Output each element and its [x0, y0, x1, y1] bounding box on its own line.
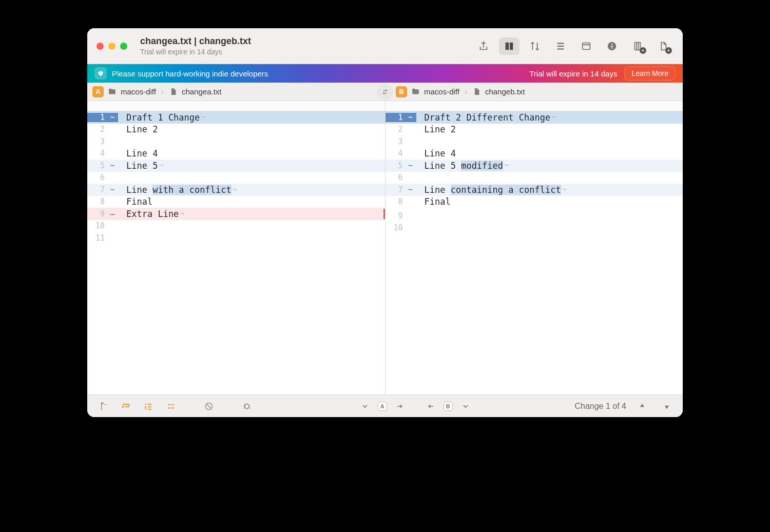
- code-line[interactable]: 10: [386, 222, 683, 234]
- line-content: Line 4: [416, 148, 683, 159]
- gutter: 10: [87, 221, 118, 230]
- fullscreen-window-button[interactable]: [120, 43, 127, 50]
- code-line[interactable]: 11: [87, 232, 385, 244]
- gutter: 5~: [386, 161, 416, 170]
- filter-button[interactable]: [200, 399, 218, 414]
- support-banner: Please support hard-working indie develo…: [87, 64, 683, 83]
- add-files-button[interactable]: [627, 37, 648, 55]
- gutter: 11: [87, 233, 118, 243]
- gutter: 8: [87, 197, 118, 206]
- view-list-button[interactable]: [550, 37, 571, 55]
- next-change-button[interactable]: [658, 399, 676, 414]
- code-line[interactable]: 3: [87, 135, 385, 148]
- minimize-window-button[interactable]: [108, 43, 116, 50]
- code-line[interactable]: 10: [87, 220, 385, 232]
- code-line[interactable]: 2Line 2: [87, 124, 385, 136]
- path-bar-b[interactable]: B macos-diff › changeb.txt: [379, 83, 683, 101]
- code-line[interactable]: 8Final: [87, 196, 385, 208]
- path-bars: A macos-diff › changea.txt B macos-diff …: [87, 83, 683, 101]
- code-line[interactable]: 6: [386, 172, 683, 184]
- line-content: Draft 1 Change: [118, 112, 385, 123]
- toolbar: [473, 37, 673, 55]
- line-content: Line with a conflict: [118, 185, 385, 195]
- code-line[interactable]: 7~Line containing a conflict: [386, 184, 683, 196]
- pane-b[interactable]: 1~Draft 2 Different Change2Line 234Line …: [385, 101, 683, 395]
- gutter: 1~: [87, 113, 118, 122]
- code-line[interactable]: 3: [386, 135, 683, 148]
- path-bar-a[interactable]: A macos-diff › changea.txt: [87, 83, 379, 101]
- add-file-button[interactable]: [653, 37, 673, 55]
- heart-icon: [94, 67, 107, 80]
- svg-rect-4: [611, 45, 612, 48]
- copy-right-button[interactable]: [391, 399, 409, 414]
- editor: 1~Draft 1 Change2Line 234Line 45~Line 56…: [87, 101, 683, 395]
- chevron-down-icon[interactable]: [356, 399, 374, 414]
- traffic-lights: [97, 43, 127, 50]
- chevron-down-icon[interactable]: [457, 399, 474, 414]
- line-content: Line 2: [416, 124, 683, 134]
- line-numbers-button[interactable]: [140, 399, 157, 414]
- code-line[interactable]: 9–Extra Line: [87, 208, 385, 220]
- code-line[interactable]: 4Line 4: [386, 148, 683, 160]
- banner-trial-text: Trial will expire in 14 days: [529, 69, 617, 78]
- code-line[interactable]: 5~Line 5 modified: [386, 160, 683, 172]
- path-file-a: changea.txt: [182, 87, 222, 96]
- side-badge-b: B: [396, 86, 407, 97]
- file-icon: [169, 87, 178, 96]
- format-button[interactable]: [94, 399, 112, 414]
- code-line[interactable]: 8Final: [386, 196, 683, 208]
- change-counter: Change 1 of 4: [574, 402, 626, 411]
- lines-b: 1~Draft 2 Different Change2Line 234Line …: [386, 111, 683, 234]
- pane-a[interactable]: 1~Draft 1 Change2Line 234Line 45~Line 56…: [87, 101, 385, 395]
- code-line[interactable]: 9: [386, 210, 683, 222]
- folder-icon: [108, 87, 117, 96]
- copy-left-button[interactable]: [422, 399, 439, 414]
- code-line[interactable]: 7~Line with a conflict: [87, 184, 385, 196]
- code-line[interactable]: 1~Draft 2 Different Change: [386, 111, 683, 124]
- code-line[interactable]: 1~Draft 1 Change: [87, 111, 385, 124]
- window-mode-button[interactable]: [576, 37, 596, 55]
- code-line[interactable]: 5~Line 5: [87, 160, 385, 172]
- gutter: 7~: [87, 185, 118, 194]
- banner-message: Please support hard-working indie develo…: [112, 69, 268, 78]
- titlebar: changea.txt | changeb.txt Trial will exp…: [87, 28, 683, 64]
- info-button[interactable]: [602, 37, 622, 55]
- file-icon: [472, 87, 481, 96]
- code-line[interactable]: 6: [87, 172, 385, 184]
- view-side-by-side-button[interactable]: [499, 37, 519, 55]
- gutter: 10: [386, 223, 416, 232]
- title-block: changea.txt | changeb.txt Trial will exp…: [140, 36, 251, 56]
- gutter: 6: [87, 173, 118, 182]
- change-navigation: Change 1 of 4: [574, 399, 676, 414]
- svg-rect-1: [510, 42, 513, 50]
- settings-button[interactable]: [238, 399, 256, 414]
- view-unified-button[interactable]: [525, 37, 545, 55]
- code-line[interactable]: 4Line 4: [87, 148, 385, 160]
- line-content: Draft 2 Different Change: [416, 112, 683, 123]
- prev-change-button[interactable]: [633, 399, 651, 414]
- side-badge-a: A: [92, 86, 104, 97]
- share-button[interactable]: [473, 37, 494, 55]
- window-subtitle: Trial will expire in 14 days: [140, 48, 251, 56]
- code-line[interactable]: 2Line 2: [386, 124, 683, 136]
- learn-more-button[interactable]: Learn More: [624, 66, 676, 81]
- merge-controls: A B: [356, 399, 474, 414]
- gutter: 3: [386, 137, 416, 146]
- wrap-button[interactable]: [117, 399, 134, 414]
- chevron-right-icon: ›: [464, 87, 468, 96]
- line-content: Extra Line: [118, 209, 385, 219]
- swap-sides-button[interactable]: [378, 85, 392, 99]
- gutter: 1~: [386, 113, 416, 122]
- close-window-button[interactable]: [97, 43, 104, 50]
- gutter: 5~: [87, 161, 118, 170]
- svg-rect-0: [506, 42, 509, 50]
- chevron-right-icon: ›: [160, 87, 165, 96]
- window-title: changea.txt | changeb.txt: [140, 36, 251, 47]
- whitespace-button[interactable]: [162, 399, 180, 414]
- path-folder-a: macos-diff: [121, 87, 156, 96]
- line-content: Line 4: [118, 148, 385, 159]
- lines-a: 1~Draft 1 Change2Line 234Line 45~Line 56…: [87, 111, 385, 244]
- merge-from-b-badge: B: [444, 402, 453, 411]
- merge-from-a-badge: A: [378, 402, 387, 411]
- gutter: 9–: [87, 209, 118, 219]
